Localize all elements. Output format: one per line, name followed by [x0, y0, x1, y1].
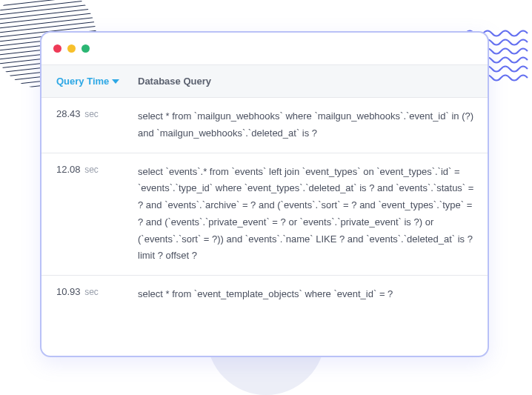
query-time-value: 10.93	[56, 286, 81, 297]
table-row: 12.08 sec select `events`.* from `events…	[41, 153, 488, 276]
column-header-time-label: Query Time	[56, 76, 109, 87]
maximize-icon[interactable]	[82, 44, 90, 53]
query-time-value: 12.08	[56, 164, 81, 175]
table-header: Query Time Database Query	[41, 65, 488, 98]
query-text-cell: select * from `event_template_objects` w…	[138, 286, 488, 303]
svg-line-2	[0, 0, 104, 12]
table-row: 10.93 sec select * from `event_template_…	[41, 276, 488, 313]
column-header-query-time[interactable]: Query Time	[41, 76, 138, 87]
query-time-cell: 28.43 sec	[41, 108, 138, 142]
column-header-query-label: Database Query	[138, 76, 211, 87]
time-unit: sec	[84, 165, 99, 175]
query-time-value: 28.43	[56, 108, 81, 119]
query-time-cell: 12.08 sec	[41, 164, 138, 265]
titlebar	[41, 33, 488, 65]
query-text-cell: select * from `mailgun_webhooks` where `…	[138, 108, 488, 142]
column-header-database-query[interactable]: Database Query	[138, 76, 488, 87]
time-unit: sec	[84, 287, 99, 297]
app-window: Query Time Database Query 28.43 sec sele…	[40, 31, 489, 357]
table-row: 28.43 sec select * from `mailgun_webhook…	[41, 98, 488, 153]
query-text-cell: select `events`.* from `events` left joi…	[138, 164, 488, 265]
time-unit: sec	[84, 109, 99, 119]
svg-line-1	[0, 0, 104, 7]
query-time-cell: 10.93 sec	[41, 286, 138, 303]
sort-desc-icon	[112, 79, 119, 84]
close-icon[interactable]	[53, 44, 61, 53]
minimize-icon[interactable]	[67, 44, 76, 53]
